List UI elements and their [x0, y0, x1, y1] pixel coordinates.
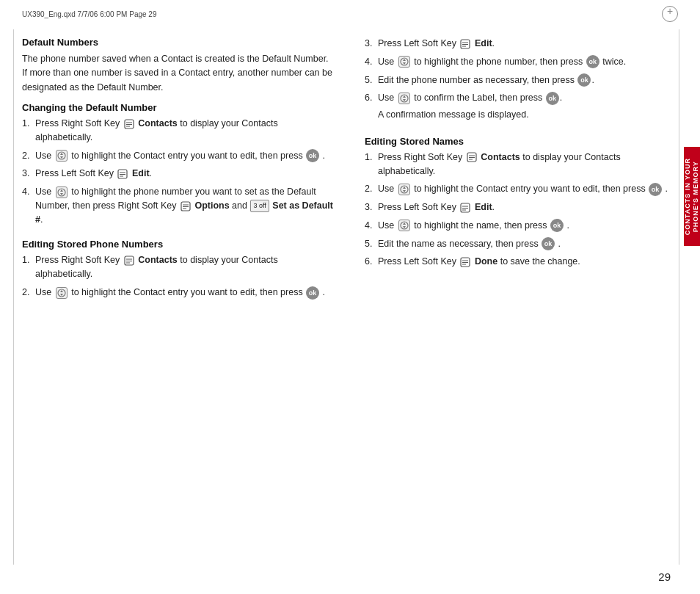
right-names-step-2: 2. Use to highlight the Contact entry yo… — [365, 182, 678, 196]
nav-icon-2 — [56, 150, 68, 162]
edit-icon-3l — [117, 169, 128, 179]
nav-icon-r6 — [398, 93, 410, 104]
ok-icon-names4: ok — [550, 219, 564, 232]
ok-icon-names2: ok — [649, 183, 662, 196]
right-names-step-3: 3. Press Left Soft Key Edit. — [365, 200, 678, 214]
edit-icon-r3 — [460, 39, 470, 49]
svg-marker-33 — [403, 95, 406, 98]
right-step-3: 3. Press Left Soft Key Edit. — [365, 37, 678, 51]
default-numbers-body: The phone number saved when a Contact is… — [22, 52, 335, 95]
svg-marker-5 — [60, 153, 63, 155]
set-default-icon: 3 off — [250, 200, 269, 213]
svg-marker-48 — [403, 226, 406, 228]
editing-names-title: Editing Stored Names — [365, 136, 678, 147]
left-column: Default Numbers The phone number saved w… — [22, 37, 343, 565]
right-column: 3. Press Left Soft Key Edit. 4. Use to h… — [357, 37, 678, 565]
left-step-2: 2. Use to highlight the Contact entry yo… — [22, 149, 335, 163]
nav-icon-edit2 — [56, 287, 68, 299]
svg-marker-34 — [403, 99, 406, 101]
svg-marker-30 — [403, 59, 406, 61]
svg-marker-24 — [60, 294, 63, 296]
svg-marker-23 — [60, 290, 63, 292]
default-numbers-title: Default Numbers — [22, 37, 335, 48]
main-content: Default Numbers The phone number saved w… — [22, 37, 678, 565]
done-icon-names6 — [460, 257, 470, 267]
right-names-step-1: 1. Press Right Soft Key Contacts to disp… — [365, 151, 678, 178]
right-step-4: 4. Use to highlight the phone number, th… — [365, 55, 678, 69]
contacts-icon-names1 — [467, 152, 477, 162]
left-step-3: 3. Press Left Soft Key Edit. — [22, 167, 335, 181]
editing-phone-numbers-title: Editing Stored Phone Numbers — [22, 239, 335, 250]
ok-icon-2: ok — [306, 149, 319, 162]
page-number: 29 — [658, 571, 671, 583]
left-step-1: 1. Press Right Soft Key Contacts to disp… — [22, 117, 335, 145]
svg-marker-31 — [403, 62, 406, 65]
options-icon-4 — [181, 201, 191, 211]
svg-marker-12 — [60, 189, 63, 192]
svg-marker-40 — [403, 186, 406, 189]
ok-icon-names5: ok — [542, 237, 555, 250]
right-names-step-4: 4. Use to highlight the name, then press… — [365, 219, 678, 233]
contacts-icon-edit1 — [124, 256, 134, 266]
svg-marker-41 — [403, 190, 406, 192]
right-names-step-5: 5. Edit the name as necessary, then pres… — [365, 237, 678, 251]
nav-icon-names4 — [398, 220, 410, 231]
ok-icon-r6: ok — [546, 92, 559, 105]
side-tab: CONTACTS IN YOURPHONE'S MEMORY — [684, 147, 700, 246]
nav-icon-names2 — [398, 184, 410, 195]
margin-line-left — [13, 29, 14, 565]
nav-icon-4 — [56, 186, 68, 198]
right-step-5: 5. Edit the phone number as necessary, t… — [365, 73, 678, 87]
svg-marker-47 — [403, 222, 406, 225]
side-tab-text: CONTACTS IN YOURPHONE'S MEMORY — [684, 158, 700, 235]
right-names-step-6: 6. Press Left Soft Key Done to save the … — [365, 255, 678, 269]
svg-marker-13 — [60, 193, 63, 195]
margin-line-right — [679, 29, 679, 565]
nav-icon-r4 — [398, 56, 410, 68]
svg-marker-6 — [60, 156, 63, 159]
right-step-6: 6. Use to confirm the Label, then press … — [365, 91, 678, 122]
contacts-icon-1 — [124, 119, 134, 129]
ok-icon-edit2: ok — [306, 286, 319, 300]
edit-icon-names3 — [460, 203, 470, 213]
left-step-4: 4. Use to highlight the phone number you… — [22, 185, 335, 226]
ok-icon-r4: ok — [586, 55, 599, 68]
header-circle — [662, 6, 678, 22]
left-edit-step-1: 1. Press Right Soft Key Contacts to disp… — [22, 253, 335, 281]
header-file-info: UX390_Eng.qxd 7/7/06 6:00 PM Page 29 — [22, 10, 156, 18]
changing-default-title: Changing the Default Number — [22, 102, 335, 113]
confirmation-message: A confirmation message is displayed. — [378, 108, 678, 122]
ok-icon-r5: ok — [577, 73, 591, 87]
left-edit-step-2: 2. Use to highlight the Contact entry yo… — [22, 286, 335, 300]
header-bar: UX390_Eng.qxd 7/7/06 6:00 PM Page 29 — [22, 6, 678, 22]
